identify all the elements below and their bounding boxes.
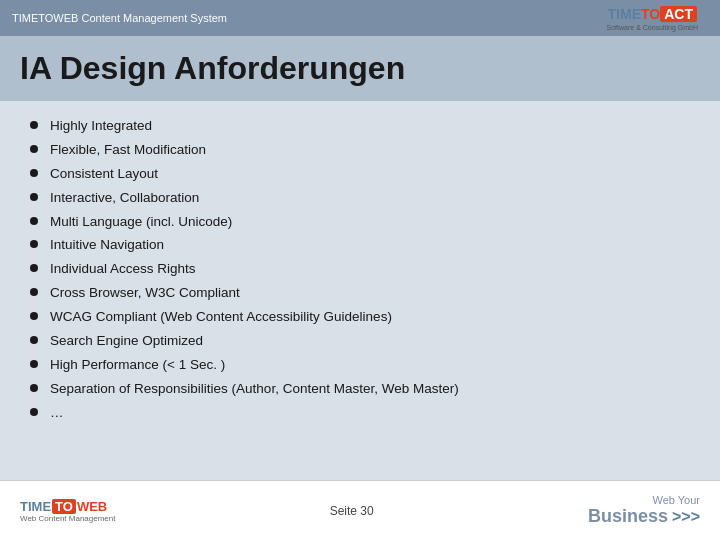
- list-item: Intuitive Navigation: [30, 236, 700, 255]
- list-item-text: Consistent Layout: [50, 165, 158, 184]
- list-item: Individual Access Rights: [30, 260, 700, 279]
- list-item-text: Individual Access Rights: [50, 260, 196, 279]
- footer-webyour: Web Your Business >>>: [588, 494, 700, 527]
- bullet-dot-icon: [30, 145, 38, 153]
- list-item-text: Interactive, Collaboration: [50, 189, 199, 208]
- bullet-dot-icon: [30, 312, 38, 320]
- footer-web: WEB: [77, 499, 107, 514]
- list-item-text: …: [50, 404, 64, 423]
- timetoact-logo-main: TIME TO ACT: [608, 6, 697, 22]
- bullet-dot-icon: [30, 169, 38, 177]
- footer-time: TIME: [20, 499, 51, 514]
- footer: TIME TO WEB Web Content Management Seite…: [0, 480, 720, 540]
- bullet-dot-icon: [30, 217, 38, 225]
- list-item: Highly Integrated: [30, 117, 700, 136]
- bullet-dot-icon: [30, 408, 38, 416]
- list-item: Interactive, Collaboration: [30, 189, 700, 208]
- list-item: Cross Browser, W3C Compliant: [30, 284, 700, 303]
- footer-sub: Web Content Management: [20, 514, 115, 523]
- logo-act-text: ACT: [660, 6, 697, 22]
- list-item: …: [30, 404, 700, 423]
- title-section: IA Design Anforderungen: [0, 36, 720, 101]
- footer-logo-timetoweb: TIME TO WEB Web Content Management: [20, 499, 115, 523]
- list-item: WCAG Compliant (Web Content Accessibilit…: [30, 308, 700, 327]
- list-item: High Performance (< 1 Sec. ): [30, 356, 700, 375]
- footer-webyour-top: Web Your: [588, 494, 700, 506]
- logo-subtitle: Software & Consulting GmbH: [607, 24, 698, 31]
- list-item-text: WCAG Compliant (Web Content Accessibilit…: [50, 308, 392, 327]
- bullet-list: Highly IntegratedFlexible, Fast Modifica…: [30, 117, 700, 423]
- list-item: Flexible, Fast Modification: [30, 141, 700, 160]
- timetoact-logo: TIME TO ACT Software & Consulting GmbH: [597, 0, 708, 37]
- bullet-dot-icon: [30, 264, 38, 272]
- list-item: Multi Language (incl. Unicode): [30, 213, 700, 232]
- list-item-text: Cross Browser, W3C Compliant: [50, 284, 240, 303]
- bullet-dot-icon: [30, 121, 38, 129]
- footer-business-text: Business: [588, 506, 668, 527]
- list-item-text: Separation of Responsibilities (Author, …: [50, 380, 459, 399]
- header-title: TIMETOWEB Content Management System: [12, 12, 227, 24]
- list-item-text: Flexible, Fast Modification: [50, 141, 206, 160]
- footer-seite: Seite 30: [330, 504, 374, 518]
- list-item: Search Engine Optimized: [30, 332, 700, 351]
- list-item: Separation of Responsibilities (Author, …: [30, 380, 700, 399]
- page-title: IA Design Anforderungen: [20, 50, 700, 87]
- list-item-text: Intuitive Navigation: [50, 236, 164, 255]
- logo-to-text: TO: [641, 7, 660, 21]
- bullet-dot-icon: [30, 384, 38, 392]
- list-item-text: Search Engine Optimized: [50, 332, 203, 351]
- footer-to: TO: [52, 499, 76, 514]
- header-bar: TIMETOWEB Content Management System TIME…: [0, 0, 720, 36]
- main-container: IA Design Anforderungen Highly Integrate…: [0, 36, 720, 540]
- footer-logo-main: TIME TO WEB: [20, 499, 107, 514]
- bullet-dot-icon: [30, 240, 38, 248]
- list-item-text: High Performance (< 1 Sec. ): [50, 356, 225, 375]
- footer-chevrons: >>>: [672, 508, 700, 526]
- list-item-text: Multi Language (incl. Unicode): [50, 213, 232, 232]
- bullet-dot-icon: [30, 336, 38, 344]
- bullet-dot-icon: [30, 288, 38, 296]
- logo-time-text: TIME: [608, 7, 641, 21]
- list-item-text: Highly Integrated: [50, 117, 152, 136]
- list-item: Consistent Layout: [30, 165, 700, 184]
- bullet-dot-icon: [30, 360, 38, 368]
- content-area: Highly IntegratedFlexible, Fast Modifica…: [0, 101, 720, 480]
- bullet-dot-icon: [30, 193, 38, 201]
- footer-webyour-bottom: Business >>>: [588, 506, 700, 527]
